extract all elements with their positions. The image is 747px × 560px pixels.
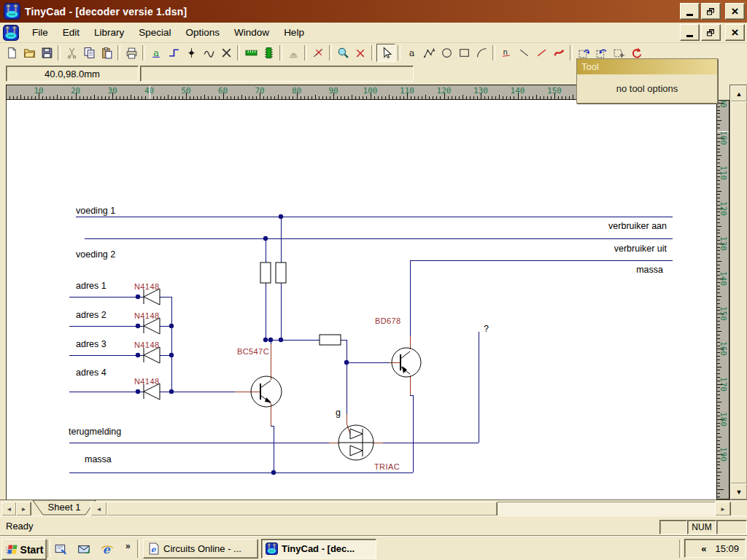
tray-chevron[interactable]: « [701, 543, 706, 554]
triac-symbol[interactable] [338, 425, 374, 460]
tool-symbol-button[interactable] [260, 44, 277, 61]
net-label[interactable]: adres 1 [76, 281, 107, 291]
part-designator-label[interactable]: TRIAC [374, 462, 400, 471]
menu-window[interactable]: Window [227, 25, 276, 40]
part-designator-label[interactable]: BC547C [237, 347, 269, 356]
scroll-up-button[interactable] [730, 85, 747, 102]
tool-wire-button[interactable] [165, 44, 182, 61]
net-label[interactable]: voeding 2 [76, 249, 115, 260]
tinycad-app-icon[interactable] [4, 3, 20, 20]
tool-no-connect-button[interactable] [309, 44, 327, 61]
document-icon[interactable] [3, 25, 19, 41]
menu-edit[interactable]: Edit [55, 25, 87, 40]
hscroll-right-button[interactable] [715, 502, 731, 516]
diode-symbol[interactable] [144, 289, 160, 305]
horizontal-scrollbar-thumb[interactable] [107, 502, 498, 516]
vertical-scrollbar-thumb[interactable] [730, 101, 747, 484]
tab-scroll-left-button[interactable] [1, 502, 17, 516]
tool-delete-button[interactable] [217, 44, 235, 61]
net-label[interactable]: verbruiker uit [614, 244, 667, 254]
quick-launch-outlook[interactable] [74, 540, 93, 558]
menu-library[interactable]: Library [87, 25, 131, 40]
tool-open-button[interactable] [20, 44, 38, 61]
tool-zoom-off-button[interactable] [352, 44, 369, 61]
net-label[interactable]: adres 2 [76, 310, 107, 320]
menu-help[interactable]: Help [276, 25, 311, 40]
net-label[interactable]: terugmelding [69, 427, 121, 437]
tool-pointer-button[interactable] [376, 44, 395, 62]
taskbar-task-1[interactable]: eCircuits Online - ... [143, 539, 258, 559]
ruler-tick [182, 96, 183, 99]
hscroll-left-button[interactable] [90, 502, 107, 516]
schematic-wire[interactable] [347, 423, 350, 434]
net-label[interactable]: g [336, 408, 341, 418]
tool-ellipse-button[interactable] [438, 44, 455, 61]
close-button[interactable] [725, 3, 745, 20]
tool-net-name-button[interactable]: n [498, 44, 515, 61]
net-label[interactable]: massa [636, 265, 663, 275]
restore-button[interactable] [701, 3, 721, 20]
tool-paste-button[interactable] [98, 44, 115, 61]
tool-rectangle-button[interactable] [455, 44, 473, 61]
horizontal-scrollbar[interactable] [107, 502, 729, 515]
taskbar-task-2[interactable]: TinyCad - [dec... [261, 539, 376, 559]
part-designator-label[interactable]: N4148 [134, 311, 159, 320]
window-title: TinyCad - [decoder versie 1.dsn] [25, 6, 187, 18]
part-designator-label[interactable]: N4148 [134, 377, 159, 386]
mdi-minimize-button[interactable] [680, 24, 700, 41]
tool-bus-red-button[interactable] [550, 44, 568, 61]
menu-options[interactable]: Options [179, 25, 228, 40]
ruler-tick [540, 96, 541, 99]
tool-arc-button[interactable] [473, 44, 490, 61]
part-designator-label[interactable]: N4148 [134, 341, 159, 349]
taskbar-divider [47, 540, 50, 558]
menu-special[interactable]: Special [131, 25, 178, 40]
net-label[interactable]: massa [85, 454, 112, 464]
diode-symbol[interactable] [144, 384, 160, 400]
resistor-symbol[interactable] [260, 262, 271, 283]
tool-polygon-button[interactable] [420, 44, 438, 61]
resistor-symbol[interactable] [276, 262, 286, 283]
tab-scroll-right-button[interactable] [16, 502, 31, 516]
net-label[interactable]: verbruiker aan [608, 221, 667, 231]
diode-symbol[interactable] [144, 318, 160, 334]
title-bar[interactable]: TinyCad - [decoder versie 1.dsn] [0, 0, 747, 23]
mdi-close-button[interactable] [725, 24, 745, 41]
tool-junction-button[interactable] [182, 44, 200, 61]
tool-panel-titlebar[interactable]: Tool [577, 59, 717, 74]
tool-text-button[interactable]: a [403, 44, 420, 61]
tool-zoom-button[interactable] [334, 44, 352, 61]
tool-stamp-button[interactable] [285, 44, 302, 61]
sheet-tab[interactable]: Sheet 1 [32, 500, 96, 516]
drawing-canvas[interactable]: voeding 1voeding 2adres 1adres 2adres 3a… [6, 100, 716, 499]
ruler-tick [717, 486, 720, 486]
menu-file[interactable]: File [25, 25, 55, 40]
schematic-drawing[interactable]: voeding 1voeding 2adres 1adres 2adres 3a… [7, 100, 717, 499]
part-designator-label[interactable]: BD678 [375, 316, 401, 325]
quick-launch-overflow-chevron[interactable]: » [125, 541, 131, 551]
tool-line-red-button[interactable] [533, 44, 550, 61]
tool-save-button[interactable] [38, 44, 55, 61]
quick-launch-show-desktop[interactable] [51, 540, 70, 558]
part-designator-label[interactable]: N4148 [134, 282, 159, 291]
net-label[interactable]: adres 3 [76, 339, 107, 349]
tool-ruler-button[interactable] [242, 44, 260, 61]
tool-new-button[interactable] [3, 44, 20, 61]
net-label[interactable]: ? [484, 324, 489, 334]
start-button[interactable]: Start [1, 539, 47, 560]
resistor-symbol[interactable] [320, 335, 341, 345]
minimize-button[interactable] [680, 3, 700, 20]
net-label[interactable]: adres 4 [76, 368, 107, 378]
vertical-scrollbar[interactable] [729, 85, 747, 501]
tool-copy-button[interactable] [80, 44, 98, 61]
tool-line-button[interactable] [515, 44, 533, 61]
tool-bus-button[interactable] [200, 44, 217, 61]
diode-symbol[interactable] [144, 347, 160, 363]
quick-launch-ie[interactable]: e [98, 540, 117, 558]
tool-annotate-button[interactable]: a [147, 44, 165, 61]
mdi-restore-button[interactable] [701, 24, 721, 41]
net-label[interactable]: voeding 1 [76, 206, 115, 216]
tool-cut-button[interactable] [63, 44, 80, 61]
tool-print-button[interactable] [123, 44, 140, 61]
scroll-down-button[interactable] [730, 483, 747, 500]
